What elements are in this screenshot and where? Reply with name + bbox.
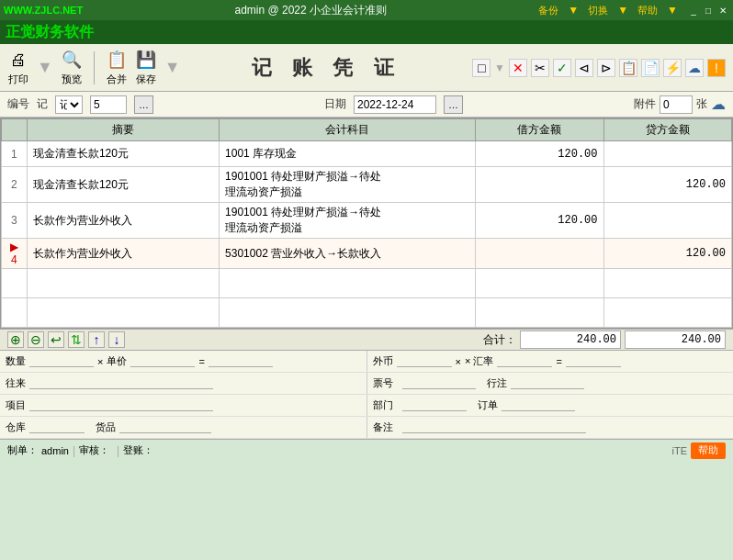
exchange-result-input[interactable]: [566, 355, 621, 367]
del-row-icon[interactable]: ⊖: [28, 331, 44, 348]
extra-icon[interactable]: !: [707, 59, 726, 77]
account-cell[interactable]: 1901001 待处理财产损溢→待处理流动资产损溢: [220, 167, 476, 203]
input-row-3: 项目 部门 订单: [0, 395, 733, 417]
account-cell[interactable]: 1901001 待处理财产损溢→待处理流动资产损溢: [220, 203, 476, 239]
unit-price-input[interactable]: [130, 355, 195, 367]
summary-cell[interactable]: 长款作为营业外收入: [27, 239, 219, 269]
form-row: 编号 记 记 … 日期 … 附件 张 ☁: [0, 92, 733, 118]
project-input[interactable]: [29, 399, 213, 411]
row-num: 2: [2, 167, 28, 203]
warehouse-label: 仓库: [6, 420, 26, 434]
calc-result-input[interactable]: [209, 355, 273, 367]
table-row[interactable]: 1 现金清查长款120元 1001 库存现金 120.00: [2, 141, 732, 167]
account-cell[interactable]: 1001 库存现金: [220, 141, 476, 167]
preview-button[interactable]: 🔍 预览: [61, 49, 83, 86]
line-note-input[interactable]: [511, 377, 584, 389]
source-input[interactable]: [29, 377, 213, 389]
summary-cell[interactable]: 长款作为营业外收入: [27, 203, 219, 239]
warehouse-input[interactable]: [29, 421, 85, 433]
debit-total-input[interactable]: 240.00: [520, 330, 621, 349]
department-input[interactable]: [402, 399, 467, 411]
input-row-2: 往来 票号 行注: [0, 373, 733, 395]
bianhao-input[interactable]: [90, 95, 127, 114]
table-row[interactable]: 3 长款作为营业外收入 1901001 待处理财产损溢→待处理流动资产损溢 12…: [2, 203, 732, 239]
credit-cell[interactable]: 120.00: [603, 239, 732, 269]
row-num: 1: [2, 141, 28, 167]
bianhao-more-button[interactable]: …: [134, 95, 153, 114]
delete-icon[interactable]: ✕: [509, 59, 527, 77]
toolbar: 🖨 打印 ▼ 🔍 预览 📋 合并 💾 保存 ▼ 记 账 凭 证 □ ▼ ✕ ✂ …: [0, 44, 733, 92]
move-up-icon[interactable]: ↑: [88, 331, 105, 348]
order-input[interactable]: [502, 399, 575, 411]
close-button[interactable]: ✕: [716, 4, 729, 17]
debit-cell[interactable]: 120.00: [476, 203, 603, 239]
paste-icon[interactable]: 📄: [641, 59, 660, 77]
cloud-sync-icon[interactable]: ☁: [711, 95, 726, 113]
ticket-input[interactable]: [402, 377, 476, 389]
maker-label: 制单：: [7, 443, 38, 457]
debit-cell[interactable]: 120.00: [476, 141, 603, 167]
website-label: WWW.ZJLC.NET: [4, 5, 83, 16]
note-input[interactable]: [402, 421, 586, 433]
voucher-table: 摘要 会计科目 借方金额 贷方金额 1 现金清查长款120元 1001 库存现金…: [1, 118, 732, 328]
attachment-label: 附件: [634, 96, 656, 112]
toolbar-right-icons: □ ▼ ✕ ✂ ✓ ⊲ ⊳ 📋 📄 ⚡ ☁ !: [472, 59, 726, 77]
attachment-count-input[interactable]: [660, 95, 693, 114]
check-icon[interactable]: ✓: [553, 59, 571, 77]
print-button[interactable]: 🖨 打印: [7, 49, 29, 86]
summary-cell[interactable]: 现金清查长款120元: [27, 167, 219, 203]
debit-cell[interactable]: [476, 239, 603, 269]
date-more-button[interactable]: …: [444, 95, 463, 114]
sort-icon[interactable]: ⇅: [68, 331, 85, 348]
summary-cell[interactable]: 现金清查长款120元: [27, 141, 219, 167]
col-debit: 借方金额: [476, 119, 603, 141]
new-doc-icon[interactable]: □: [472, 59, 491, 77]
credit-total-input[interactable]: 240.00: [625, 330, 726, 349]
credit-cell[interactable]: [603, 203, 732, 239]
table-row-empty[interactable]: [2, 269, 732, 298]
merge-icon: 📋: [106, 49, 128, 71]
insert-row-icon[interactable]: ↩: [48, 331, 64, 348]
move-down-icon[interactable]: ↓: [108, 331, 125, 348]
table-row[interactable]: ▶ 4 长款作为营业外收入 5301002 营业外收入→长款收入 120.00: [2, 239, 732, 269]
merge-button[interactable]: 📋 合并: [106, 49, 128, 86]
row-num-arrow: ▶ 4: [2, 239, 28, 269]
credit-cell[interactable]: [603, 141, 732, 167]
attachment-unit: 张: [696, 96, 707, 112]
bianhao-type-select[interactable]: 记: [55, 95, 83, 114]
input-row-1: 数量 × 单价 = 外币 × × 汇率 =: [0, 351, 733, 373]
add-row-icon[interactable]: ⊕: [7, 331, 24, 348]
date-input[interactable]: [354, 95, 436, 114]
menu-switch[interactable]: 切换: [588, 4, 608, 17]
title-bar: WWW.ZJLC.NET admin @ 2022 小企业会计准则 备份 ▼ 切…: [0, 0, 733, 20]
exchange-rate-input[interactable]: [497, 355, 552, 367]
account-cell[interactable]: 5301002 营业外收入→长款收入: [220, 239, 476, 269]
help-button[interactable]: 帮助: [691, 442, 726, 459]
preview-icon: 🔍: [61, 49, 83, 71]
flash-icon[interactable]: ⚡: [663, 59, 682, 77]
copy-icon[interactable]: 📋: [619, 59, 637, 77]
menu-backup[interactable]: 备份: [538, 4, 558, 17]
save-icon: 💾: [135, 49, 157, 71]
menu-help[interactable]: 帮助: [637, 4, 658, 17]
note-label: 备注: [373, 420, 399, 434]
foreign-currency-input[interactable]: [397, 355, 452, 367]
nav-next-icon[interactable]: ⊳: [597, 59, 615, 77]
date-label: 日期: [324, 96, 346, 112]
table-row-empty[interactable]: [2, 298, 732, 328]
minimize-button[interactable]: _: [687, 4, 700, 17]
debit-cell[interactable]: [476, 167, 603, 203]
maximize-button[interactable]: □: [702, 4, 715, 17]
goods-input[interactable]: [119, 421, 211, 433]
order-label: 订单: [478, 398, 498, 412]
quantity-input[interactable]: [29, 355, 94, 367]
col-credit: 贷方金额: [603, 119, 732, 141]
cloud-icon[interactable]: ☁: [685, 59, 704, 77]
credit-cell[interactable]: 120.00: [603, 167, 732, 203]
logo-bar: 正觉财务软件: [0, 20, 733, 44]
nav-prev-icon[interactable]: ⊲: [575, 59, 593, 77]
table-row[interactable]: 2 现金清查长款120元 1901001 待处理财产损溢→待处理流动资产损溢 1…: [2, 167, 732, 203]
status-bar: 制单： admin | 审核： | 登账： iTE 帮助: [0, 439, 733, 461]
save-button[interactable]: 💾 保存: [135, 49, 157, 86]
scissors-icon[interactable]: ✂: [531, 59, 549, 77]
